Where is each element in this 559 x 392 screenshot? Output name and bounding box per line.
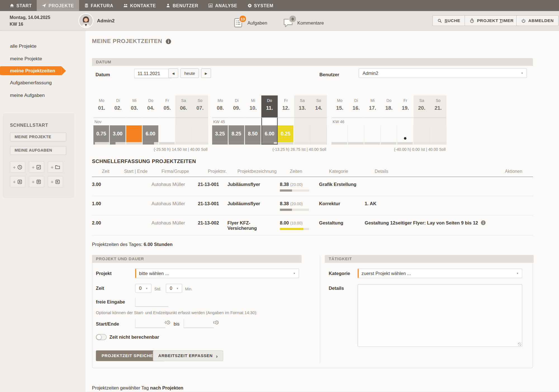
calendar-day-header[interactable]: Di16.: [348, 95, 364, 118]
calendar-day-header[interactable]: Mi03.: [126, 95, 143, 118]
week-summary: (-40.00 h) 0.00 Ist | 40.00 Soll: [331, 147, 446, 151]
avatar-image: [79, 14, 93, 27]
today-button[interactable]: heute: [180, 68, 199, 78]
calendar-day-cell[interactable]: [331, 125, 348, 142]
minuten-select[interactable]: 0▼: [166, 284, 182, 293]
nav-item-kontakte[interactable]: KONTAKTE: [118, 0, 161, 11]
calendar-day-header[interactable]: So07.: [192, 95, 208, 118]
start-input[interactable]: [135, 319, 165, 328]
calendar-day-header[interactable]: Sa20.: [414, 95, 430, 118]
calendar-day-header[interactable]: Do04.: [143, 95, 159, 118]
end-input[interactable]: [184, 319, 214, 328]
calendar-day-cell[interactable]: [192, 125, 208, 142]
calendar-day-header[interactable]: Fr19.: [397, 95, 414, 118]
avatar[interactable]: [79, 14, 93, 27]
gear-icon: [247, 3, 252, 8]
nav-item-faktura[interactable]: FAKTURA: [79, 0, 119, 11]
nav-item-analyse[interactable]: ANALYSE: [203, 0, 242, 11]
stunden-select[interactable]: 0▼: [135, 284, 151, 293]
quickstart-new-projektzeit-button[interactable]: +: [10, 161, 25, 173]
calendar-day-cell[interactable]: [159, 125, 176, 142]
tasks-indicator[interactable]: 13 Aufgaben: [233, 17, 267, 28]
day-progress: [110, 142, 126, 145]
calendar-day-cell[interactable]: 8.50: [245, 125, 261, 142]
arbeitszeit-erfassen-button[interactable]: ARBEITSZEIT ERFASSEN›: [153, 350, 223, 361]
calendar-day-cell[interactable]: [348, 125, 364, 142]
logout-button[interactable]: ABMELDEN: [516, 15, 559, 26]
search-button[interactable]: SUCHE: [432, 15, 465, 26]
next-day-button[interactable]: ▶: [201, 68, 211, 78]
quickstart-new-k-button[interactable]: +K: [48, 176, 63, 187]
benutzer-value: Admin2: [363, 71, 378, 76]
calendar-day-header[interactable]: Sa13.: [294, 95, 311, 118]
kategorie-select[interactable]: zuerst Projekt wählen ...▼: [357, 269, 522, 278]
projekt-select[interactable]: bitte wählen ...▼: [135, 269, 299, 278]
calendar-day-header[interactable]: Mo08.: [212, 95, 229, 118]
quickstart-new-r-button[interactable]: +R: [29, 176, 44, 187]
calendar-day-header[interactable]: So21.: [430, 95, 446, 118]
freie-eingabe-input[interactable]: [135, 298, 168, 307]
calendar-day-cell[interactable]: 6.00: [143, 125, 159, 142]
project-timer-button[interactable]: PROJEKT TIMER: [465, 15, 518, 26]
benutzer-select[interactable]: Admin2▼: [359, 68, 527, 78]
calendar-day-header[interactable]: So14.: [311, 95, 327, 118]
time-picker-icon[interactable]: [213, 320, 219, 325]
quickstart-new-a-button[interactable]: +A: [10, 176, 25, 187]
zeit-nicht-berechenbar-toggle[interactable]: [96, 334, 106, 340]
quickstart-new-projekt-button[interactable]: +: [48, 161, 63, 173]
details-textarea[interactable]: [357, 284, 522, 347]
calendar-day-header[interactable]: Mo01.: [93, 95, 110, 118]
calendar-day-header[interactable]: Mi10.: [245, 95, 261, 118]
nav-item-system[interactable]: SYSTEM: [242, 0, 278, 11]
calendar-day-header[interactable]: Di09.: [229, 95, 245, 118]
sidebar-item-alle-projekte[interactable]: alle Projekte: [0, 40, 86, 52]
calendar-day-header[interactable]: Sa06.: [176, 95, 192, 118]
quickstart-meine-aufgaben-button[interactable]: MEINE AUFGABEN: [10, 146, 67, 155]
sidebar-item-meine-projekte[interactable]: meine Projekte: [0, 52, 86, 65]
calendar-day-cell[interactable]: [311, 125, 327, 142]
calendar-day-cell[interactable]: [397, 125, 414, 142]
calendar-day-cell[interactable]: 3.25: [212, 125, 229, 142]
calendar-day-header[interactable]: Fr05.: [159, 95, 176, 118]
comments-indicator[interactable]: 0 Kommentare: [283, 17, 324, 28]
time-picker-icon[interactable]: [164, 320, 171, 325]
calendar-day-cell[interactable]: [414, 125, 430, 142]
quickstart-meine-projekte-button[interactable]: MEINE PROJEKTE: [10, 132, 67, 141]
calendar-day-cell[interactable]: 6.00: [261, 125, 278, 142]
sidebar-item-meine-aufgaben[interactable]: meine Aufgaben: [0, 89, 86, 102]
column-header: Kategorie: [329, 169, 375, 177]
nav-item-benutzer[interactable]: BENUTZER: [161, 0, 203, 11]
cell-zeiten: 8.38 (20.00): [280, 201, 319, 211]
calendar-day-cell[interactable]: [381, 125, 397, 142]
nav-item-start[interactable]: START: [5, 0, 37, 11]
prev-day-button[interactable]: ◀: [168, 68, 178, 78]
calendar-day-cell[interactable]: [126, 125, 143, 142]
calendar-day-header[interactable]: Do18.: [381, 95, 397, 118]
toggle-label: Zeit nicht berechenbar: [110, 334, 159, 340]
sidebar-item-meine-projektzeiten[interactable]: meine Projektzeiten: [0, 66, 61, 75]
calendar-day-cell[interactable]: 0.25: [278, 125, 294, 142]
calendar-day-cell[interactable]: 8.25: [229, 125, 245, 142]
datum-input[interactable]: [134, 69, 172, 78]
quick-table-header: ZeitStart | EndeFirma/GruppeProjektnr.Pr…: [92, 169, 533, 177]
calendar-day-header[interactable]: Fr12.: [278, 95, 294, 118]
calendar-day-header[interactable]: Do11.: [261, 95, 278, 118]
cell-zeit: 2.00: [92, 220, 114, 225]
nav-item-projekte[interactable]: PROJEKTE: [37, 0, 79, 11]
quickstart-new-aufgabe-button[interactable]: +: [29, 161, 44, 173]
calendar-day-cell[interactable]: 3.00: [110, 125, 126, 142]
calendar-day-header[interactable]: Mo15.: [331, 95, 348, 118]
calendar-day-cell[interactable]: 0.75: [93, 125, 110, 142]
sidebar-item-aufgabenerfassung[interactable]: Aufgabenerfassung: [0, 77, 86, 89]
calendar-day-header[interactable]: Mi17.: [364, 95, 381, 118]
info-icon[interactable]: [165, 38, 172, 44]
info-icon[interactable]: [478, 220, 486, 225]
calendar-day-cell[interactable]: [176, 125, 192, 142]
clock-icon: [17, 164, 22, 170]
checkbox-icon: [36, 164, 41, 170]
calendar-day-cell[interactable]: [294, 125, 311, 142]
day-progress: [229, 142, 245, 145]
calendar-day-header[interactable]: Di02.: [110, 95, 126, 118]
calendar-day-cell[interactable]: [364, 125, 381, 142]
calendar-day-cell[interactable]: [430, 125, 446, 142]
